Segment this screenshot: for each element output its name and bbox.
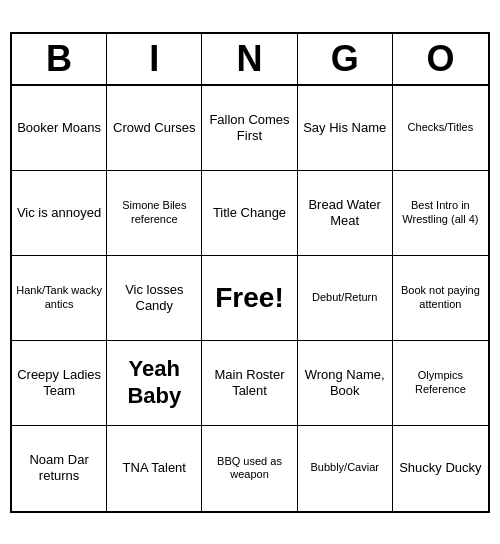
bingo-cell-9[interactable]: Best Intro in Wrestling (all 4)	[393, 171, 488, 256]
bingo-cell-6[interactable]: Simone Biles reference	[107, 171, 202, 256]
bingo-cell-19[interactable]: Olympics Reference	[393, 341, 488, 426]
bingo-cell-15[interactable]: Creepy Ladies Team	[12, 341, 107, 426]
bingo-cell-1[interactable]: Crowd Curses	[107, 86, 202, 171]
bingo-cell-11[interactable]: Vic losses Candy	[107, 256, 202, 341]
bingo-cell-18[interactable]: Wrong Name, Book	[298, 341, 393, 426]
bingo-card: B I N G O Booker MoansCrowd CursesFallon…	[10, 32, 490, 513]
bingo-cell-21[interactable]: TNA Talent	[107, 426, 202, 511]
letter-n: N	[202, 34, 297, 84]
bingo-cell-0[interactable]: Booker Moans	[12, 86, 107, 171]
letter-o: O	[393, 34, 488, 84]
bingo-header: B I N G O	[12, 34, 488, 86]
bingo-cell-2[interactable]: Fallon Comes First	[202, 86, 297, 171]
letter-i: I	[107, 34, 202, 84]
bingo-cell-22[interactable]: BBQ used as weapon	[202, 426, 297, 511]
bingo-cell-5[interactable]: Vic is annoyed	[12, 171, 107, 256]
bingo-cell-20[interactable]: Noam Dar returns	[12, 426, 107, 511]
bingo-cell-4[interactable]: Checks/Titles	[393, 86, 488, 171]
bingo-cell-16[interactable]: Yeah Baby	[107, 341, 202, 426]
bingo-cell-23[interactable]: Bubbly/Caviar	[298, 426, 393, 511]
bingo-cell-14[interactable]: Book not paying attention	[393, 256, 488, 341]
bingo-grid: Booker MoansCrowd CursesFallon Comes Fir…	[12, 86, 488, 511]
bingo-cell-7[interactable]: Title Change	[202, 171, 297, 256]
letter-b: B	[12, 34, 107, 84]
bingo-cell-12[interactable]: Free!	[202, 256, 297, 341]
bingo-cell-24[interactable]: Shucky Ducky	[393, 426, 488, 511]
bingo-cell-17[interactable]: Main Roster Talent	[202, 341, 297, 426]
bingo-cell-13[interactable]: Debut/Return	[298, 256, 393, 341]
bingo-cell-8[interactable]: Bread Water Meat	[298, 171, 393, 256]
bingo-cell-10[interactable]: Hank/Tank wacky antics	[12, 256, 107, 341]
bingo-cell-3[interactable]: Say His Name	[298, 86, 393, 171]
letter-g: G	[298, 34, 393, 84]
